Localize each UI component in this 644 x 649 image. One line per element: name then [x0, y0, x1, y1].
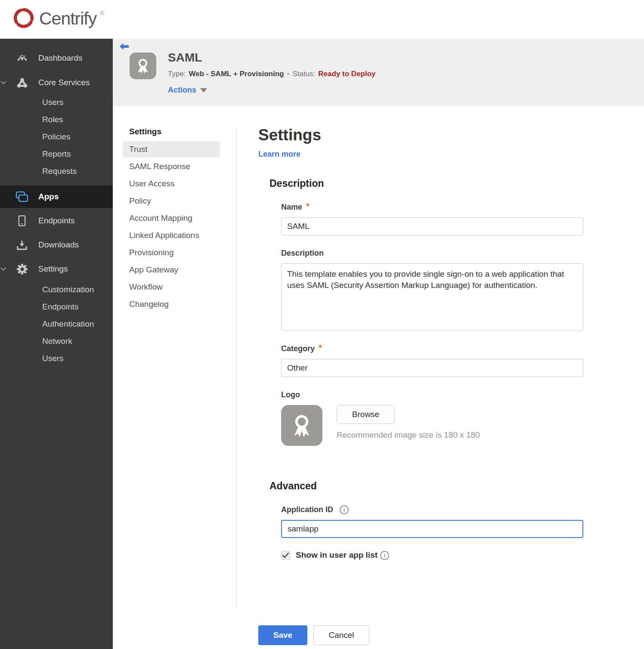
sidebar-subitem-customization[interactable]: Customization: [0, 281, 113, 298]
logo-size-hint: Recommended image size is 180 x 180: [337, 430, 480, 440]
sidebar-subitem-network[interactable]: Network: [0, 333, 113, 350]
description-label: Description: [281, 249, 324, 258]
chevron-down-icon[interactable]: [1, 267, 6, 271]
nav-item-account-mapping[interactable]: Account Mapping: [123, 210, 220, 226]
nav-item-app-gateway[interactable]: App Gateway: [123, 262, 220, 278]
sidebar-item-endpoints[interactable]: Endpoints: [0, 210, 113, 232]
app-meta: Type: Web - SAML + Provisioning • Status…: [168, 70, 376, 78]
core-services-icon: [15, 77, 28, 88]
category-field: Category *: [281, 344, 590, 377]
top-bar: Centrify ®: [0, 0, 644, 39]
nav-item-saml-response[interactable]: SAML Response: [123, 158, 220, 175]
name-field: Name *: [281, 203, 590, 235]
sidebar-subitem-reports[interactable]: Reports: [0, 145, 113, 163]
sidebar-item-label: Endpoints: [38, 216, 75, 226]
save-button[interactable]: Save: [258, 625, 307, 645]
sidebar-subitem-roles[interactable]: Roles: [0, 111, 113, 128]
type-label: Type:: [168, 70, 186, 78]
sidebar-item-downloads[interactable]: Downloads: [0, 234, 113, 256]
app-title: SAML: [168, 51, 202, 65]
sidebar-item-label: Downloads: [38, 240, 79, 250]
app-header: SAML Type: Web - SAML + Provisioning • S…: [113, 39, 644, 106]
sidebar-item-label: Dashboards: [38, 53, 82, 63]
arrow-left-icon: [119, 42, 130, 51]
app-settings-nav: Settings Trust SAML Response User Access…: [123, 127, 220, 313]
checkbox-label: Show in user app list: [296, 550, 378, 560]
award-icon: [133, 56, 152, 75]
vertical-divider: [236, 129, 237, 609]
app-logo: [130, 53, 156, 79]
logo-field: Logo Browse Recommended image size is 18…: [281, 390, 590, 446]
check-icon: [282, 553, 289, 558]
page-title: Settings: [258, 126, 590, 144]
centrify-logo: Centrify ®: [12, 6, 104, 32]
required-asterisk: *: [306, 203, 310, 210]
nav-item-provisioning[interactable]: Provisioning: [123, 244, 220, 261]
show-in-app-list-row: Show in user app list i: [281, 550, 590, 560]
chevron-down-icon[interactable]: [1, 81, 6, 84]
form-actions: Save Cancel: [258, 625, 590, 645]
name-input[interactable]: [281, 217, 583, 235]
sidebar-item-label: Settings: [38, 264, 68, 274]
type-value: Web - SAML + Provisioning: [189, 70, 284, 78]
nav-item-policy[interactable]: Policy: [123, 193, 220, 209]
nav-item-linked-applications[interactable]: Linked Applications: [123, 227, 220, 244]
cancel-button[interactable]: Cancel: [313, 625, 369, 645]
application-id-field: Application ID i: [281, 505, 590, 538]
sidebar-subitem-policies[interactable]: Policies: [0, 128, 113, 145]
description-field: Description This template enables you to…: [281, 249, 590, 331]
sidebar-subitem-endpoints[interactable]: Endpoints: [0, 298, 113, 315]
nav-item-workflow[interactable]: Workflow: [123, 279, 220, 295]
nav-header: Settings: [123, 127, 220, 141]
nav-item-user-access[interactable]: User Access: [123, 176, 220, 192]
endpoints-icon: [15, 214, 28, 227]
sidebar-item-dashboards[interactable]: Dashboards: [0, 47, 113, 69]
name-label: Name: [281, 203, 302, 212]
gear-icon: [15, 263, 28, 275]
learn-more-link[interactable]: Learn more: [258, 150, 300, 159]
brand-name: Centrify: [39, 6, 96, 31]
brand-trademark: ®: [100, 10, 104, 16]
sidebar-subitem-authentication[interactable]: Authentication: [0, 315, 113, 333]
description-section-heading: Description: [269, 178, 590, 189]
logo-label: Logo: [281, 390, 300, 399]
sidebar-subitem-users-settings[interactable]: Users: [0, 350, 113, 367]
caret-down-icon: [200, 88, 207, 93]
sidebar: Dashboards Core Services Users Roles Pol…: [0, 39, 113, 649]
gauge-icon: [15, 53, 28, 63]
back-button[interactable]: [119, 42, 130, 51]
separator-dot: •: [287, 70, 289, 78]
status-value: Ready to Deploy: [318, 70, 375, 78]
sidebar-item-label: Apps: [38, 192, 59, 201]
description-textarea[interactable]: This template enables you to provide sin…: [281, 263, 583, 331]
advanced-section-heading: Advanced: [269, 480, 590, 492]
category-label: Category: [281, 344, 315, 353]
nav-item-trust[interactable]: Trust: [123, 141, 220, 158]
category-input[interactable]: [281, 359, 583, 377]
sidebar-subitem-requests[interactable]: Requests: [0, 163, 113, 180]
info-icon[interactable]: i: [340, 505, 349, 514]
sidebar-item-apps[interactable]: Apps: [0, 185, 113, 208]
sidebar-item-label: Core Services: [38, 78, 90, 87]
downloads-icon: [15, 239, 28, 251]
sidebar-subitem-users[interactable]: Users: [0, 94, 113, 111]
status-label: Status:: [292, 70, 315, 78]
sidebar-item-settings[interactable]: Settings: [0, 258, 113, 280]
award-icon: [288, 411, 316, 440]
required-asterisk: *: [319, 344, 322, 351]
logo-preview: [281, 405, 322, 446]
actions-label: Actions: [168, 86, 196, 95]
sidebar-item-core-services[interactable]: Core Services: [0, 71, 113, 94]
application-id-input[interactable]: [281, 520, 583, 538]
application-id-label: Application ID: [281, 505, 333, 514]
show-in-user-app-list-checkbox[interactable]: [281, 551, 290, 560]
apps-icon: [15, 191, 28, 202]
browse-button[interactable]: Browse: [337, 405, 395, 424]
nav-item-changelog[interactable]: Changelog: [123, 296, 220, 312]
info-icon[interactable]: i: [380, 551, 389, 560]
actions-button[interactable]: Actions: [168, 86, 207, 95]
settings-form: Settings Learn more Description Name * D…: [258, 126, 590, 645]
centrify-mark-icon: [12, 6, 36, 32]
